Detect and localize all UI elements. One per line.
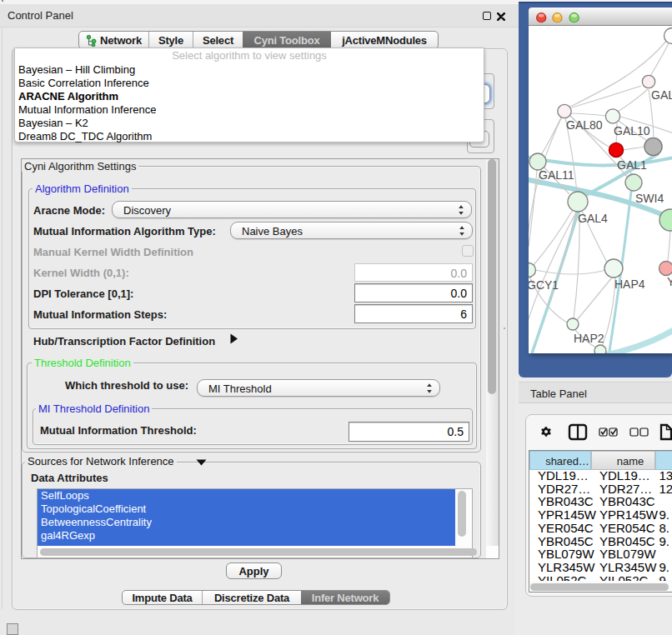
svg-text:GAL10: GAL10 (614, 124, 650, 138)
svg-text:GAL4: GAL4 (578, 212, 608, 225)
svg-text:HAP4: HAP4 (614, 278, 645, 291)
svg-text:SWI4: SWI4 (635, 192, 664, 205)
svg-text:GAL11: GAL11 (539, 168, 574, 182)
svg-text:HAP2: HAP2 (574, 332, 604, 345)
svg-text:GAL80: GAL80 (566, 118, 603, 132)
svg-text:YJ: YJ (667, 275, 672, 288)
svg-text:GAL7: GAL7 (651, 88, 672, 102)
svg-text:GCY1: GCY1 (529, 278, 559, 292)
svg-text:GAL1: GAL1 (617, 158, 647, 172)
